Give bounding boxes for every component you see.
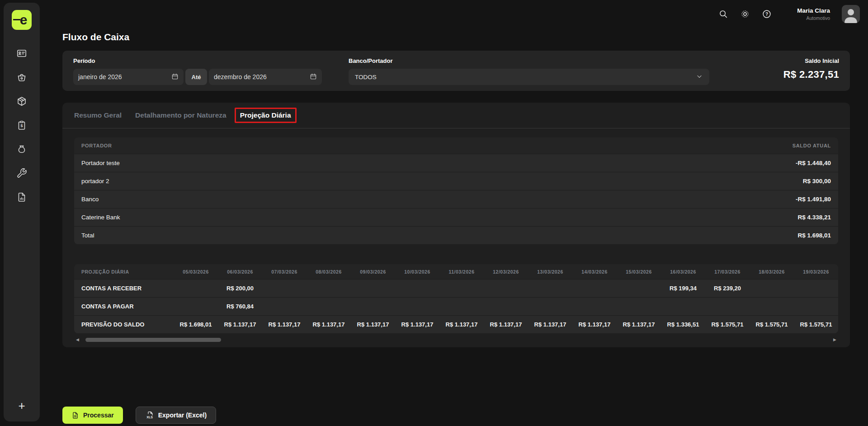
projection-row: PREVISÃO DO SALDOR$ 1.698,01R$ 1.137,17R… <box>74 315 838 333</box>
portador-cell: portador 2 <box>81 178 109 185</box>
process-button-label: Processar <box>83 412 114 419</box>
tab-resumo-geral[interactable]: Resumo Geral <box>74 111 122 119</box>
period-to-value: dezembro de 2026 <box>214 73 267 80</box>
document-icon <box>71 412 79 419</box>
date-column-header: 10/03/2026 <box>395 269 439 275</box>
sidebar-item-finance[interactable] <box>15 144 28 155</box>
projection-value-cell: R$ 1.137,17 <box>528 321 572 328</box>
topbar: ? Maria Clara Automotivo <box>718 0 868 28</box>
sidebar-item-contacts[interactable] <box>15 48 28 59</box>
sidebar-item-products[interactable] <box>15 96 28 107</box>
date-column-header: 09/03/2026 <box>351 269 395 275</box>
saldo-atual-column-header: SALDO ATUAL <box>793 143 831 148</box>
app-logo[interactable]: e <box>12 10 32 30</box>
projection-value-cell: R$ 1.137,17 <box>617 321 661 328</box>
saldo-cell: -R$ 1.448,40 <box>796 160 831 166</box>
period-to-input[interactable]: dezembro de 2026 <box>209 69 322 85</box>
user-role: Automotivo <box>797 15 830 21</box>
period-from-input[interactable]: janeiro de 2026 <box>73 69 184 85</box>
bank-select[interactable]: TODOS <box>349 69 709 85</box>
calendar-icon[interactable] <box>171 73 179 81</box>
portador-cell: Banco <box>81 196 99 203</box>
basket-icon <box>16 72 27 83</box>
projection-table-body: CONTAS A RECEBERR$ 200,00R$ 199,34R$ 239… <box>74 279 838 333</box>
projection-value-cell: R$ 1.137,17 <box>572 321 617 328</box>
projection-table: PROJEÇÃO DIÁRIA 05/03/202606/03/202607/0… <box>74 264 838 333</box>
tab-detalhamento-por-natureza[interactable]: Detalhamento por Natureza <box>135 111 226 119</box>
projection-value-cell: R$ 199,34 <box>661 285 705 292</box>
date-column-header: 07/03/2026 <box>262 269 307 275</box>
initial-balance-group: Saldo Inicial R$ 2.237,51 <box>709 57 839 80</box>
projection-value-cell: R$ 1.137,17 <box>307 321 351 328</box>
clipboard-dollar-icon: $ <box>16 120 27 131</box>
wrench-icon <box>16 168 27 179</box>
projection-value-cell: R$ 1.575,71 <box>794 321 838 328</box>
theme-toggle-button[interactable] <box>740 9 750 19</box>
period-separator: Até <box>185 69 207 85</box>
svg-text:XLS: XLS <box>146 416 153 419</box>
projection-value-cell: R$ 1.137,17 <box>484 321 528 328</box>
date-column-header: 08/03/2026 <box>307 269 351 275</box>
saldo-cell: R$ 4.338,21 <box>797 214 831 221</box>
table-row: portador 2R$ 300,00 <box>74 172 838 190</box>
id-card-icon <box>16 48 27 59</box>
period-label: Período <box>73 57 323 64</box>
bank-group: Banco/Portador TODOS <box>349 57 709 85</box>
process-button[interactable]: Processar <box>62 407 123 424</box>
scroll-right-icon[interactable]: ▶ <box>833 338 836 342</box>
table-row: TotalR$ 1.698,01 <box>74 226 838 244</box>
scrollbar-track[interactable] <box>81 338 831 342</box>
period-group: Período janeiro de 2026 Até dezembro de … <box>73 57 323 85</box>
initial-balance-value: R$ 2.237,51 <box>709 69 839 80</box>
date-column-header: 13/03/2026 <box>528 269 572 275</box>
chevron-down-icon <box>696 73 703 81</box>
projection-row-label: CONTAS A RECEBER <box>74 285 174 292</box>
date-column-header: 15/03/2026 <box>617 269 661 275</box>
date-column-header: 11/03/2026 <box>439 269 484 275</box>
portador-table: PORTADOR SALDO ATUAL Portador teste-R$ 1… <box>74 137 838 244</box>
bank-label: Banco/Portador <box>349 57 709 64</box>
projection-value-cell: R$ 1.137,17 <box>439 321 484 328</box>
date-column-header: 05/03/2026 <box>174 269 218 275</box>
portador-cell: Portador teste <box>81 160 120 166</box>
help-button[interactable]: ? <box>762 9 772 19</box>
portador-cell: Caterine Bank <box>81 214 120 221</box>
projection-row-label: PREVISÃO DO SALDO <box>74 321 174 328</box>
projection-row: CONTAS A PAGARR$ 760,84 <box>74 297 838 315</box>
portador-column-header: PORTADOR <box>81 143 112 148</box>
page-title: Fluxo de Caixa <box>62 32 129 43</box>
horizontal-scrollbar: ◀ ▶ <box>76 337 836 342</box>
sidebar-item-sales[interactable] <box>15 72 28 83</box>
sidebar-item-reports[interactable] <box>15 192 28 203</box>
calendar-icon[interactable] <box>310 73 317 81</box>
projection-value-cell: R$ 1.137,17 <box>218 321 262 328</box>
svg-text:$: $ <box>20 123 23 128</box>
user-silhouette-icon <box>842 7 860 23</box>
package-icon <box>16 96 27 107</box>
portador-table-header: PORTADOR SALDO ATUAL <box>74 137 838 154</box>
sidebar-item-billing[interactable]: $ <box>15 120 28 131</box>
scrollbar-thumb[interactable] <box>85 338 221 342</box>
export-excel-button[interactable]: XLS Exportar (Excel) <box>136 407 216 424</box>
date-column-header: 18/03/2026 <box>750 269 794 275</box>
filter-card: Período janeiro de 2026 Até dezembro de … <box>62 51 850 91</box>
date-column-header: 19/03/2026 <box>794 269 838 275</box>
portador-table-body: Portador teste-R$ 1.448,40portador 2R$ 3… <box>74 154 838 244</box>
tab-projecao-diaria[interactable]: Projeção Diária <box>240 111 291 119</box>
initial-balance-label: Saldo Inicial <box>709 57 839 64</box>
avatar[interactable] <box>842 5 860 23</box>
projection-value-cell: R$ 1.575,71 <box>705 321 750 328</box>
table-row: Caterine BankR$ 4.338,21 <box>74 208 838 226</box>
tables-wrap: PORTADOR SALDO ATUAL Portador teste-R$ 1… <box>62 128 850 342</box>
search-button[interactable] <box>718 9 728 19</box>
actions-bar: Processar XLS Exportar (Excel) <box>62 407 216 424</box>
search-icon <box>718 9 728 19</box>
scroll-left-icon[interactable]: ◀ <box>76 338 79 342</box>
sidebar: e <box>4 3 40 421</box>
sidebar-add-button[interactable]: + <box>18 400 25 412</box>
projection-value-cell: R$ 760,84 <box>218 303 262 310</box>
sidebar-item-tools[interactable] <box>15 168 28 179</box>
projection-value-cell: R$ 239,20 <box>705 285 750 292</box>
tab-panel: Resumo GeralDetalhamento por NaturezaPro… <box>62 103 850 347</box>
date-column-header: 06/03/2026 <box>218 269 262 275</box>
